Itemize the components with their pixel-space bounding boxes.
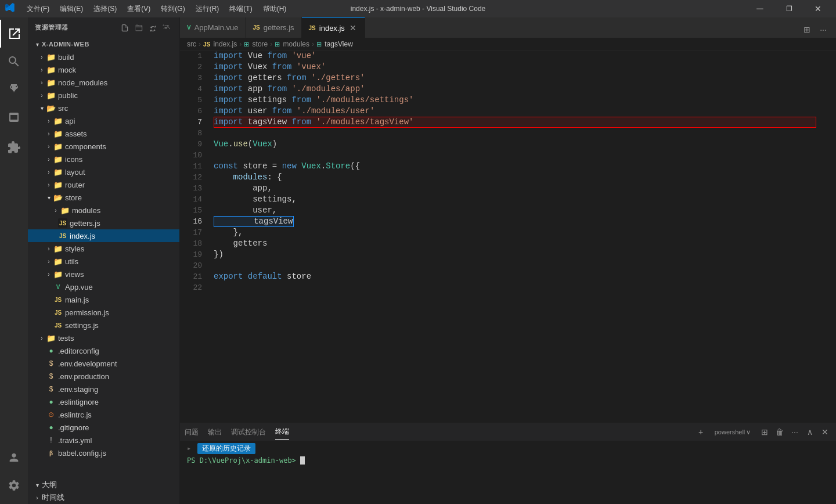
ln-6: 6: [180, 106, 202, 117]
tree-item-overview[interactable]: 大纲: [28, 478, 179, 491]
menu-select[interactable]: 选择(S): [89, 3, 121, 15]
activity-debug[interactable]: [0, 103, 28, 131]
tree-item-views[interactable]: 📁 views: [28, 268, 179, 280]
terminal-split-button[interactable]: ⊞: [758, 426, 771, 438]
arrow-node_modules: [37, 78, 46, 87]
menu-help[interactable]: 帮助(H): [258, 3, 291, 15]
tree-item-index[interactable]: JS index.js: [28, 229, 179, 242]
tree-item-build[interactable]: 📁 build: [28, 51, 179, 63]
terminal-chevron-up-button[interactable]: ∧: [803, 426, 816, 438]
tree-item-getters[interactable]: JS getters.js: [28, 217, 179, 229]
activity-explorer[interactable]: [0, 20, 28, 48]
breadcrumb-modules[interactable]: ⊞ modules: [275, 40, 309, 48]
str-3: './getters': [307, 73, 365, 84]
tree-item-api[interactable]: 📁 api: [28, 114, 179, 127]
tree-item-node_modules[interactable]: 📁 node_modules: [28, 76, 179, 89]
tree-item-mock[interactable]: 📁 mock: [28, 63, 179, 76]
tree-item-eslintrc[interactable]: ⊙ .eslintrc.js: [28, 408, 179, 421]
tree-item-components[interactable]: 📁 components: [28, 140, 179, 153]
tree-root[interactable]: X-ADMIN-WEB: [28, 38, 179, 51]
terminal-more-button[interactable]: ···: [788, 426, 801, 438]
menu-view[interactable]: 查看(V): [122, 3, 155, 15]
tree-item-permjs[interactable]: JS permission.js: [28, 306, 179, 319]
tab-close-index[interactable]: ✕: [348, 23, 358, 33]
terminal-shell-select[interactable]: powershell ∨: [709, 426, 756, 438]
collapse-all-button[interactable]: [161, 22, 172, 34]
new-file-button[interactable]: [119, 22, 131, 34]
minimize-button[interactable]: ─: [747, 0, 773, 17]
label-envprod: .env.production: [58, 372, 109, 381]
new-folder-button[interactable]: [133, 22, 145, 34]
tree-item-tests[interactable]: 📁 tests: [28, 332, 179, 344]
cls-vue-9: Vue: [214, 139, 228, 150]
breadcrumb-store[interactable]: JS index.js: [203, 40, 237, 48]
punc-15: ,: [272, 205, 277, 216]
minimap-scrollbar: [828, 51, 836, 423]
tree-item-icons[interactable]: 📁 icons: [28, 153, 179, 165]
activity-source-control[interactable]: [0, 75, 28, 103]
code-content[interactable]: import Vue from 'vue' import Vuex from '…: [209, 51, 828, 423]
file-travis-icon: !: [46, 435, 56, 445]
tree-item-src[interactable]: 📂 src: [28, 102, 179, 114]
menu-goto[interactable]: 转到(G): [156, 3, 189, 15]
terminal-add-button[interactable]: +: [694, 426, 707, 438]
tree-item-envstaging[interactable]: $ .env.staging: [28, 383, 179, 395]
label-node_modules: node_modules: [58, 78, 107, 87]
tree-item-settingsjs[interactable]: JS settings.js: [28, 319, 179, 332]
tree-item-gitignore[interactable]: ● .gitignore: [28, 421, 179, 434]
tree-item-editorconfig[interactable]: ● .editorconfig: [28, 344, 179, 357]
terminal-tab-terminal[interactable]: 终端: [275, 424, 289, 440]
cls-vuex-11: Vuex: [301, 161, 321, 172]
tree-item-envdev[interactable]: $ .env.development: [28, 357, 179, 370]
split-editor-button[interactable]: ⊞: [799, 21, 815, 38]
terminal-history-button[interactable]: 还原的历史记录: [197, 443, 255, 454]
maximize-button[interactable]: ❐: [776, 0, 802, 17]
tree-item-mainjs[interactable]: JS main.js: [28, 293, 179, 306]
tree-item-babel[interactable]: β babel.config.js: [28, 447, 179, 459]
tree-item-envprod[interactable]: $ .env.production: [28, 370, 179, 383]
kw-import-1: import: [214, 51, 243, 62]
folder-store-icon: 📂: [53, 193, 63, 202]
tree-item-modules[interactable]: 📁 modules: [28, 204, 179, 217]
terminal-tab-output[interactable]: 输出: [208, 425, 222, 440]
refresh-button[interactable]: [147, 22, 158, 34]
terminal-tab-problems[interactable]: 问题: [185, 425, 199, 440]
activity-search[interactable]: [0, 48, 28, 75]
tree-item-public[interactable]: 📁 public: [28, 89, 179, 102]
terminal-tab-debug[interactable]: 调试控制台: [231, 425, 266, 440]
activity-account[interactable]: [0, 444, 28, 471]
tree-item-layout[interactable]: 📁 layout: [28, 165, 179, 178]
tab-appmain[interactable]: V AppMain.vue: [180, 17, 246, 38]
activity-settings[interactable]: [0, 471, 28, 499]
terminal-trash-button[interactable]: 🗑: [773, 426, 786, 438]
tree-item-eslintignore[interactable]: ● .eslintignore: [28, 395, 179, 408]
menu-terminal[interactable]: 终端(T): [225, 3, 257, 15]
tree-item-appvue[interactable]: V App.vue: [28, 280, 179, 293]
folder-icons-icon: 📁: [53, 154, 63, 164]
tree-item-timeline[interactable]: 时间线: [28, 491, 179, 504]
activity-extensions[interactable]: [0, 134, 28, 161]
tree-item-store[interactable]: 📂 store: [28, 191, 179, 204]
breadcrumb-tagsview[interactable]: ⊞ tagsView: [316, 40, 353, 48]
tree-item-travis[interactable]: ! .travis.yml: [28, 434, 179, 447]
breadcrumb-storevar[interactable]: ⊞ store: [244, 40, 268, 48]
title-bar-left: 文件(F) 编辑(E) 选择(S) 查看(V) 转到(G) 运行(R) 终端(T…: [5, 2, 291, 16]
label-mainjs: main.js: [65, 296, 89, 304]
tree-item-assets[interactable]: 📁 assets: [28, 127, 179, 140]
menu-edit[interactable]: 编辑(E): [55, 3, 88, 15]
tab-index[interactable]: JS index.js ✕: [302, 17, 365, 38]
tree-item-router[interactable]: 📁 router: [28, 178, 179, 191]
terminal-shell-label: powershell: [715, 429, 745, 435]
menu-file[interactable]: 文件(F): [22, 3, 54, 15]
more-tab-actions[interactable]: ···: [815, 21, 831, 38]
terminal-close-button[interactable]: ✕: [819, 426, 831, 438]
label-gitignore: .gitignore: [58, 423, 89, 432]
menu-run[interactable]: 运行(R): [191, 3, 224, 15]
breadcrumb-src[interactable]: src: [187, 40, 196, 48]
tree-item-styles[interactable]: 📁 styles: [28, 242, 179, 255]
close-button[interactable]: ✕: [805, 0, 831, 17]
tab-getters[interactable]: JS getters.js: [246, 17, 302, 38]
ln-15: 15: [180, 205, 202, 216]
label-assets: assets: [65, 129, 87, 138]
tree-item-utils[interactable]: 📁 utils: [28, 255, 179, 268]
